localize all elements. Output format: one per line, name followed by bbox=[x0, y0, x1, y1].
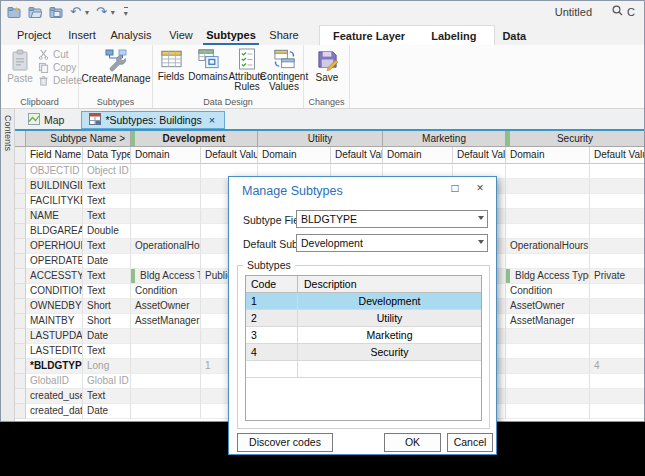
save-edits-button[interactable]: Save bbox=[310, 48, 344, 83]
row-selector[interactable] bbox=[15, 269, 26, 284]
cell-field-name[interactable]: OBJECTID bbox=[26, 164, 83, 179]
row-selector[interactable] bbox=[15, 329, 26, 344]
row-selector[interactable] bbox=[15, 299, 26, 314]
cell-field-name[interactable]: FACILITYKEY bbox=[26, 194, 83, 209]
cell-field-name[interactable]: NAME bbox=[26, 209, 83, 224]
default-value-header[interactable]: Default Value bbox=[453, 147, 506, 164]
row-selector[interactable] bbox=[15, 239, 26, 254]
field-name-header[interactable]: Field Name bbox=[26, 147, 83, 164]
undo-icon[interactable]: ↶ bbox=[70, 5, 81, 19]
cell-dev-domain[interactable] bbox=[131, 344, 201, 359]
row-selector[interactable] bbox=[15, 254, 26, 269]
cell-dev-domain[interactable] bbox=[131, 404, 201, 419]
row-selector[interactable] bbox=[15, 344, 26, 359]
tab-feature-layer[interactable]: Feature Layer bbox=[320, 27, 418, 45]
cell-sec-domain[interactable]: Condition bbox=[506, 284, 590, 299]
cell-field-name[interactable]: BLDGAREA bbox=[26, 224, 83, 239]
open-project-icon[interactable] bbox=[28, 5, 42, 19]
subtype-field-combo[interactable]: BLDGTYPE bbox=[296, 210, 488, 228]
close-icon[interactable]: × bbox=[209, 114, 215, 126]
cell-sec-domain[interactable]: Bldg Access Type bbox=[506, 269, 590, 284]
contingent-values-button[interactable]: Contingent Values bbox=[265, 48, 303, 92]
cell-sec-default[interactable] bbox=[590, 344, 645, 359]
cell-sec-domain[interactable] bbox=[506, 164, 590, 179]
contents-pane-tab[interactable]: Contents bbox=[1, 109, 15, 421]
row-selector[interactable] bbox=[15, 179, 26, 194]
fields-button[interactable]: Fields bbox=[155, 48, 187, 82]
cell-code[interactable]: 4 bbox=[246, 344, 298, 360]
default-subtype-combo[interactable]: Development bbox=[296, 234, 488, 252]
cut-button[interactable]: Cut bbox=[38, 49, 82, 60]
cell-field-name[interactable]: OPERHOURS bbox=[26, 239, 83, 254]
cell-data-type[interactable]: Text bbox=[83, 179, 131, 194]
subtype-name-header[interactable]: Subtype Name > bbox=[26, 131, 131, 147]
tab-share[interactable]: Share bbox=[263, 25, 305, 45]
cell-sec-default[interactable] bbox=[590, 374, 645, 389]
row-selector[interactable] bbox=[15, 314, 26, 329]
subtype-header-utility[interactable]: Utility bbox=[258, 131, 383, 147]
default-value-header[interactable]: Default Value bbox=[331, 147, 383, 164]
cell-field-name[interactable]: created_date bbox=[26, 404, 83, 419]
delete-button[interactable]: Delete bbox=[38, 75, 82, 86]
cell-sec-default[interactable] bbox=[590, 254, 645, 269]
customize-toolbar-icon[interactable]: ▾ bbox=[124, 7, 128, 18]
cell-sec-default[interactable] bbox=[590, 164, 645, 179]
tab-insert[interactable]: Insert bbox=[61, 25, 103, 45]
cell-data-type[interactable]: Date bbox=[83, 404, 131, 419]
subtype-header-marketing[interactable]: Marketing bbox=[383, 131, 506, 147]
subtype-header-development[interactable]: Development bbox=[131, 131, 258, 147]
default-value-header[interactable]: Default Value bbox=[201, 147, 258, 164]
row-selector[interactable] bbox=[15, 284, 26, 299]
cell-data-type[interactable]: Text bbox=[83, 389, 131, 404]
cell-data-type[interactable]: Text bbox=[83, 344, 131, 359]
row-selector[interactable] bbox=[15, 374, 26, 389]
cell-dev-domain[interactable] bbox=[131, 194, 201, 209]
cell-sec-default[interactable] bbox=[590, 209, 645, 224]
cell-sec-default[interactable] bbox=[590, 299, 645, 314]
ok-button[interactable]: OK bbox=[384, 433, 441, 452]
cell-data-type[interactable]: Short bbox=[83, 314, 131, 329]
row-selector[interactable] bbox=[15, 224, 26, 239]
cell-sec-default[interactable] bbox=[590, 224, 645, 239]
cell-sec-default[interactable] bbox=[590, 194, 645, 209]
cell-data-type[interactable]: Short bbox=[83, 299, 131, 314]
cell-data-type[interactable]: Text bbox=[83, 239, 131, 254]
cell-sec-domain[interactable] bbox=[506, 359, 590, 374]
cell-code[interactable]: 2 bbox=[246, 310, 298, 326]
cell-dev-domain[interactable] bbox=[131, 374, 201, 389]
tab-subtypes-buildings[interactable]: *Subtypes: Buildings × bbox=[81, 111, 225, 129]
cell-field-name[interactable]: OWNEDBY bbox=[26, 299, 83, 314]
save-project-icon[interactable] bbox=[49, 5, 63, 19]
cell-sec-domain[interactable] bbox=[506, 344, 590, 359]
subtype-header-security[interactable]: Security bbox=[506, 131, 645, 147]
cell-sec-default[interactable] bbox=[590, 239, 645, 254]
cell-sec-domain[interactable]: OperationalHours bbox=[506, 239, 590, 254]
row-header-corner[interactable] bbox=[15, 147, 26, 164]
row-selector[interactable] bbox=[15, 209, 26, 224]
cell-sec-default[interactable]: Private bbox=[590, 269, 645, 284]
data-type-header[interactable]: Data Type bbox=[83, 147, 131, 164]
cell-sec-domain[interactable] bbox=[506, 404, 590, 419]
row-selector[interactable] bbox=[15, 164, 26, 179]
new-project-icon[interactable] bbox=[7, 5, 21, 19]
cell-sec-default[interactable] bbox=[590, 389, 645, 404]
cell-data-type[interactable]: Date bbox=[83, 329, 131, 344]
cell-field-name[interactable]: OPERDATE bbox=[26, 254, 83, 269]
redo-icon[interactable]: ↷ bbox=[96, 5, 107, 19]
cell-dev-domain[interactable] bbox=[131, 389, 201, 404]
cell-code[interactable]: 1 bbox=[246, 293, 298, 309]
cell-description[interactable]: Development bbox=[298, 293, 481, 309]
cell-field-name[interactable]: MAINTBY bbox=[26, 314, 83, 329]
subtype-code-row[interactable]: 3Marketing bbox=[246, 327, 481, 344]
cell-sec-default[interactable] bbox=[590, 314, 645, 329]
cell-dev-domain[interactable]: AssetOwner bbox=[131, 299, 201, 314]
cell-dev-domain[interactable]: Condition bbox=[131, 284, 201, 299]
cell-data-type[interactable]: Long bbox=[83, 359, 131, 374]
tab-project[interactable]: Project bbox=[11, 25, 57, 45]
cell-field-name[interactable]: CONDITION bbox=[26, 284, 83, 299]
cell-sec-domain[interactable] bbox=[506, 389, 590, 404]
cell-sec-default[interactable] bbox=[590, 284, 645, 299]
cell-sec-domain[interactable] bbox=[506, 224, 590, 239]
cell-data-type[interactable]: Text bbox=[83, 209, 131, 224]
undo-dropdown-icon[interactable]: ▾ bbox=[85, 8, 89, 17]
